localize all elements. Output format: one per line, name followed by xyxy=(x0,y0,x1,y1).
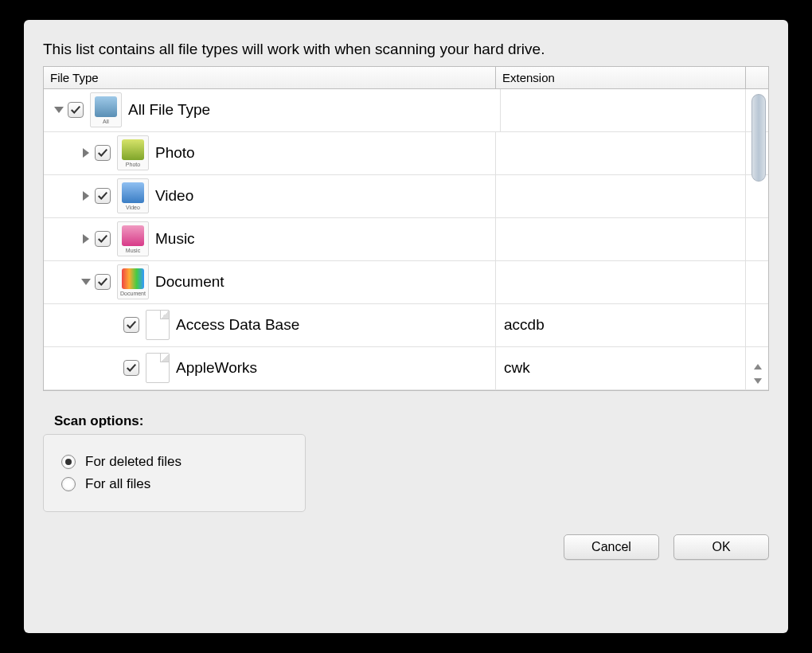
scroll-down-icon[interactable] xyxy=(749,374,767,389)
scan-options-title: Scan options: xyxy=(54,413,769,429)
cell-extension xyxy=(501,89,746,131)
column-header-file-type[interactable]: File Type xyxy=(44,67,496,88)
row-music[interactable]: Music Music xyxy=(44,218,768,261)
checkbox-video[interactable] xyxy=(95,188,111,204)
cell-extension xyxy=(496,218,746,260)
checkbox-all-file-type[interactable] xyxy=(68,102,84,118)
checkbox-access[interactable] xyxy=(123,317,139,333)
chevron-right-icon[interactable] xyxy=(80,233,92,244)
row-label: All File Type xyxy=(128,101,210,119)
scrollbar-arrows xyxy=(749,360,767,389)
music-icon: Music xyxy=(117,221,149,256)
cell-extension xyxy=(496,261,746,303)
radio-icon[interactable] xyxy=(61,455,76,469)
row-label: AppleWorks xyxy=(176,359,257,377)
cancel-button[interactable]: Cancel xyxy=(564,534,659,560)
radio-label: For all files xyxy=(85,476,150,492)
scan-options-section: Scan options: For deleted files For all … xyxy=(43,413,769,512)
checkbox-photo[interactable] xyxy=(95,145,111,161)
document-icon: Document xyxy=(117,264,149,299)
chevron-down-icon[interactable] xyxy=(80,276,92,287)
radio-label: For deleted files xyxy=(85,454,182,470)
row-video[interactable]: Video Video xyxy=(44,175,768,218)
all-files-icon: All xyxy=(90,92,122,127)
file-icon xyxy=(146,353,170,383)
row-access-data-base[interactable]: Access Data Base accdb xyxy=(44,304,768,347)
photo-icon: Photo xyxy=(117,135,149,170)
cell-extension: cwk xyxy=(496,347,746,389)
row-photo[interactable]: Photo Photo xyxy=(44,132,768,175)
row-document[interactable]: Document Document xyxy=(44,261,768,304)
scrollbar-thumb[interactable] xyxy=(751,94,766,182)
table-body: All All File Type Photo Photo xyxy=(44,89,768,390)
column-header-spacer xyxy=(746,67,768,88)
row-label: Document xyxy=(155,273,224,291)
row-label: Photo xyxy=(155,144,195,162)
row-appleworks[interactable]: AppleWorks cwk xyxy=(44,347,768,390)
checkbox-appleworks[interactable] xyxy=(123,360,139,376)
checkbox-music[interactable] xyxy=(95,231,111,247)
cell-extension xyxy=(496,132,746,174)
chevron-right-icon[interactable] xyxy=(80,147,92,158)
chevron-right-icon[interactable] xyxy=(80,190,92,201)
file-icon xyxy=(146,310,170,340)
checkbox-document[interactable] xyxy=(95,274,111,290)
file-type-table: File Type Extension All All File Type xyxy=(43,66,769,391)
row-label: Music xyxy=(155,230,195,248)
ok-button[interactable]: OK xyxy=(673,534,769,560)
video-icon: Video xyxy=(117,178,149,213)
file-types-dialog: This list contains all file types will w… xyxy=(24,20,788,633)
dialog-buttons: Cancel OK xyxy=(43,534,769,560)
row-label: Access Data Base xyxy=(176,316,299,334)
radio-deleted-files[interactable]: For deleted files xyxy=(61,454,287,470)
scan-options-group: For deleted files For all files xyxy=(43,434,306,512)
column-header-extension[interactable]: Extension xyxy=(496,67,746,88)
radio-all-files[interactable]: For all files xyxy=(61,476,287,492)
row-all-file-type[interactable]: All All File Type xyxy=(44,89,768,132)
dialog-description: This list contains all file types will w… xyxy=(43,39,769,60)
table-header: File Type Extension xyxy=(44,67,768,89)
row-label: Video xyxy=(155,187,193,205)
cell-extension xyxy=(496,175,746,217)
cell-extension: accdb xyxy=(496,304,746,346)
chevron-down-icon[interactable] xyxy=(53,104,64,115)
radio-icon[interactable] xyxy=(61,477,76,491)
scroll-up-icon[interactable] xyxy=(749,360,767,374)
